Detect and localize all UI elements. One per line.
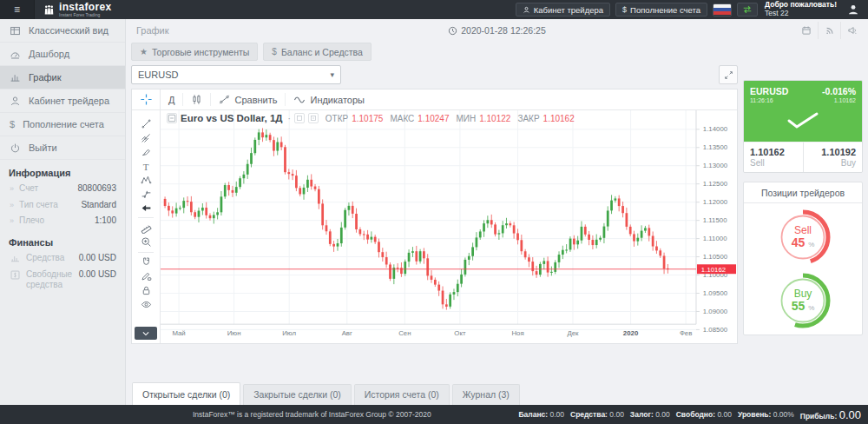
finance-value: 0.00 USD: [79, 269, 116, 279]
draw-lock-icon: [141, 270, 152, 282]
chev-icon: »: [10, 183, 14, 193]
chevron-down-icon: [141, 330, 150, 337]
forecast-tool[interactable]: [136, 187, 155, 201]
lock-tool[interactable]: [136, 283, 155, 297]
symbol-select-value: EURUSD: [138, 70, 178, 80]
top-bar: ≡ instaforex Instant Forex Trading Кабин…: [0, 0, 868, 19]
menu-toggle-button[interactable]: ≡: [0, 0, 35, 19]
chart-column: ★ Торговые инструменты $ Баланс и Средст…: [131, 42, 738, 405]
sidebar-item-label: Дашборд: [29, 49, 69, 59]
indicators-label: Индикаторы: [310, 95, 365, 105]
fullscreen-button[interactable]: [719, 65, 738, 84]
svg-text:Дек: Дек: [567, 329, 579, 337]
dollar-icon: $: [272, 47, 277, 56]
collapse-legend-button[interactable]: [167, 113, 177, 123]
instruments-button[interactable]: ★ Торговые инструменты: [131, 43, 258, 61]
indicators-button[interactable]: Индикаторы: [286, 89, 372, 109]
buy-gauge[interactable]: Buy 55 %: [773, 271, 832, 330]
buy-button[interactable]: 1.10192 Buy: [804, 142, 863, 172]
svg-text:Окт: Окт: [454, 329, 466, 337]
svg-text:1.09000: 1.09000: [703, 308, 728, 315]
rss-button[interactable]: [818, 22, 840, 39]
tab-label: Открытые сделки (0): [142, 389, 230, 400]
barsmini-icon: [10, 253, 21, 264]
sidebar-item-chart[interactable]: График: [0, 66, 125, 89]
quote-card: EURUSD -0.016% 11:26:16 1.10162: [743, 80, 863, 173]
finance-value: 0.00 USD: [79, 253, 116, 262]
chart-legend: Euro vs US Dollar, 1Д · ОТКР1.10175 МАКС…: [167, 113, 575, 123]
stat-item: Баланс: 0.00: [518, 410, 564, 419]
svg-text:1.11000: 1.11000: [703, 235, 727, 242]
trend-line-tool[interactable]: [136, 116, 155, 130]
chart-area[interactable]: Euro vs US Dollar, 1Д · ОТКР1.10175 МАКС…: [161, 110, 737, 343]
svg-text:1.12500: 1.12500: [703, 180, 728, 188]
calendar-button[interactable]: [795, 22, 818, 39]
sell-button[interactable]: 1.10162 Sell: [744, 142, 803, 172]
status-bar: InstaForex™ is a registered trademark of…: [0, 405, 868, 424]
stat-value: 0.00: [655, 410, 670, 419]
tab-0[interactable]: Открытые сделки (0): [132, 382, 240, 405]
sidebar-nav: Классический вид Дашборд График Кабинет …: [0, 19, 125, 160]
chart-panel: Д Сравнить: [131, 89, 738, 344]
pattern-tool[interactable]: [136, 173, 155, 187]
pitchfork-tool[interactable]: [136, 130, 155, 144]
draw-lock-tool[interactable]: [136, 269, 155, 283]
dollar-icon: $: [622, 5, 627, 14]
balance-funds-button[interactable]: $ Баланс и Средства: [263, 43, 372, 61]
toolbar-divider: [138, 252, 154, 253]
announcements-button[interactable]: [840, 22, 863, 39]
quote-summary[interactable]: EURUSD -0.016% 11:26:16 1.10162: [744, 81, 862, 142]
text-tool[interactable]: T: [136, 159, 155, 173]
finance-row: Средства 0.00 USD: [0, 250, 125, 267]
svg-text:Июл: Июл: [282, 329, 296, 337]
compare-label: Сравнить: [234, 95, 277, 105]
text-icon: T: [143, 158, 149, 174]
instaforex-logo[interactable]: instaforex Instant Forex Trading: [43, 2, 111, 17]
price-chart-svg[interactable]: 1.140001.135001.130001.125001.120001.115…: [161, 110, 737, 343]
sidebar-item-classic-view[interactable]: Классический вид: [0, 19, 125, 43]
toolbar-collapse-button[interactable]: [135, 327, 157, 340]
chart-style-button[interactable]: [183, 89, 210, 109]
stat-label: Баланс:: [518, 410, 548, 419]
transfer-button[interactable]: [737, 3, 758, 17]
trader-cabinet-button[interactable]: Кабинет трейдера: [516, 3, 610, 17]
ruler-tool[interactable]: [136, 221, 155, 235]
deposit-button[interactable]: $ Пополнение счета: [615, 3, 707, 17]
magnet-tool[interactable]: [136, 255, 155, 269]
user-icon: [10, 96, 21, 107]
quote-change: -0.016%: [822, 86, 856, 96]
avatar-icon[interactable]: [847, 3, 859, 16]
sidebar-item-logout[interactable]: Выйти: [0, 136, 125, 160]
language-flag-button[interactable]: [713, 3, 732, 17]
sidebar-item-deposit[interactable]: $Пополнение счета: [0, 113, 125, 136]
magnet-icon: [141, 256, 152, 268]
compare-button[interactable]: Сравнить: [211, 89, 285, 109]
tab-2[interactable]: История счета (0): [354, 384, 450, 405]
info-value: Standard: [81, 200, 116, 209]
chart-settings-button[interactable]: [308, 113, 319, 123]
eye-tool[interactable]: [136, 297, 155, 311]
info-value: 1:100: [95, 215, 116, 225]
stat-label: Средства:: [570, 410, 608, 419]
crosshair-tool[interactable]: [132, 89, 161, 109]
sidebar-item-dashboard[interactable]: Дашборд: [0, 43, 125, 66]
sell-gauge[interactable]: Sell 45 %: [773, 208, 832, 267]
info-row: » Тип счета Standard: [0, 197, 125, 214]
sidebar-item-trader-cabinet[interactable]: Кабинет трейдера: [0, 89, 125, 113]
power-icon: [10, 142, 21, 154]
server-datetime: 2020-01-28 12:26:25: [126, 25, 868, 36]
tab-3[interactable]: Журнал (3): [452, 384, 520, 405]
cursor-arrow-tool[interactable]: [136, 201, 155, 215]
draw-toolbar: T: [132, 110, 161, 343]
chevron-down-icon: ▾: [330, 70, 334, 79]
open-value: 1.10175: [352, 114, 383, 123]
brush-tool[interactable]: [136, 144, 155, 158]
symbol-select[interactable]: EURUSD ▾: [131, 65, 341, 84]
timeframe-button[interactable]: Д: [161, 89, 182, 109]
svg-text:1.14000: 1.14000: [703, 125, 728, 133]
finance-label: Свободные средства: [26, 269, 74, 291]
zoom-in-tool[interactable]: [136, 235, 155, 249]
chart-type-button[interactable]: [294, 113, 305, 123]
close-label: ЗАКР: [517, 114, 539, 123]
tab-1[interactable]: Закрытые сделки (0): [243, 384, 351, 405]
